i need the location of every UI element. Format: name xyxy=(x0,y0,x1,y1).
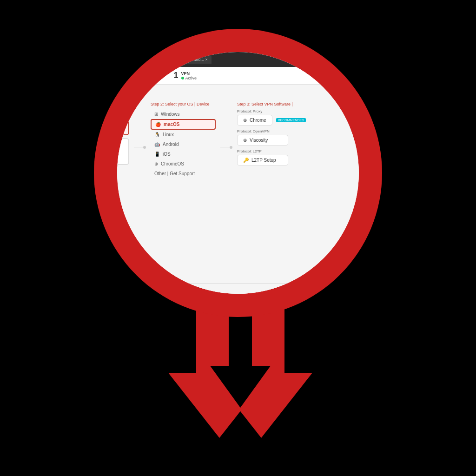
device-settings-title: Device settings xyxy=(117,90,359,97)
browser-tab-2[interactable]: Edit Post 'Explorin... × xyxy=(117,55,159,64)
connector-line-1 xyxy=(134,147,143,147)
linux-icon: 🐧 xyxy=(154,132,160,137)
pin-inner: JIRA 22:06 ▲ +0.1E × Edit Post 'Explorin… xyxy=(117,52,359,294)
browser-tab-3[interactable]: Proxy server - Med... × xyxy=(161,55,211,64)
vpn-openvpn: Protocol: OpenVPN ⊕ Viscosity xyxy=(237,129,298,145)
status-residential: 1 RESIDENTIAL Active xyxy=(117,71,124,80)
step2-label: Step 2: Select your OS | Device xyxy=(151,102,216,106)
pin-container: JIRA 22:06 ▲ +0.1E × Edit Post 'Explorin… xyxy=(80,29,396,447)
ios-icon: 📱 xyxy=(154,152,160,157)
screenshot-content: JIRA 22:06 ▲ +0.1E × Edit Post 'Explorin… xyxy=(117,52,359,294)
macos-icon: 🍎 xyxy=(155,122,161,127)
chrome-icon: ⊕ xyxy=(243,118,247,123)
linux-label: Linux xyxy=(163,132,174,137)
l2tp-label: L2TP Setup xyxy=(251,158,276,163)
connector-line-2 xyxy=(220,147,230,147)
os-android[interactable]: 🤖 Android xyxy=(151,139,216,149)
viscosity-button[interactable]: ⊕ Viscosity xyxy=(237,135,288,145)
dedicated-status: Active xyxy=(140,76,165,80)
status-vpn: 1 VPN Active xyxy=(174,71,197,80)
chrome-button[interactable]: ⊕ Chrome xyxy=(237,115,272,126)
download-2[interactable]: 📄 Untitled design (...pn... xyxy=(117,286,154,291)
step2-connector xyxy=(220,102,232,178)
status-dedicated: 1 DEDICATED Active xyxy=(133,71,165,80)
connector-dot-1 xyxy=(143,146,146,149)
vpn-l2tp: Protocol: L2TP 🔑 L2TP Setup xyxy=(237,149,298,165)
step1-col: Step 1: Select Proxy Type xyxy=(117,102,129,178)
steps-row: Step 1: Select Proxy Type xyxy=(117,102,359,178)
android-label: Android xyxy=(163,142,178,147)
macos-label: macOS xyxy=(164,122,179,127)
dot-green-2 xyxy=(140,77,143,79)
connector-dot-2 xyxy=(230,146,232,149)
step1-label: Step 1: Select Proxy Type xyxy=(117,102,129,106)
vpn-status: Active xyxy=(181,76,197,80)
step3-col: Step 3: Select VPN Software | Protocol: … xyxy=(237,102,298,178)
ios-label: iOS xyxy=(163,152,171,157)
dedicated-label: DEDICATED xyxy=(140,71,165,76)
vpn-count: 1 xyxy=(174,71,178,80)
chromeos-label: ChromeOS xyxy=(161,161,184,166)
protocol-proxy-label: Protocol: Proxy xyxy=(237,109,298,113)
other-label: Other | Get Support xyxy=(154,171,195,176)
protocol-openvpn-label: Protocol: OpenVPN xyxy=(237,129,298,133)
dedicated-count: 1 xyxy=(133,71,138,80)
step2-col: Step 2: Select your OS | Device ⊞ Window… xyxy=(151,102,216,178)
step1-connector xyxy=(134,102,146,178)
protocol-l2tp-label: Protocol: L2TP xyxy=(237,149,298,153)
residential-label: RESIDENTIAL xyxy=(117,71,124,76)
os-linux[interactable]: 🐧 Linux xyxy=(151,130,216,139)
os-macos[interactable]: 🍎 macOS xyxy=(151,119,216,130)
step3-label: Step 3: Select VPN Software | xyxy=(237,102,298,106)
residential-proxies-option[interactable]: Residential Proxies xyxy=(117,138,129,165)
browser-bar: JIRA 22:06 ▲ +0.1E × Edit Post 'Explorin… xyxy=(117,52,359,67)
l2tp-icon: 🔑 xyxy=(243,158,249,163)
device-settings: Device settings Step 1: Select Proxy Typ… xyxy=(117,85,359,184)
recommended-badge: RECOMMENDED xyxy=(276,118,306,122)
fresh-ips-option[interactable]: Fresh IPs xyxy=(117,109,129,135)
vpn-proxy: Protocol: Proxy ⊕ Chrome RECOMMENDED xyxy=(237,109,298,126)
os-chromeos[interactable]: ⊕ ChromeOS xyxy=(151,159,216,169)
viscosity-icon: ⊕ xyxy=(243,138,247,143)
android-icon: 🤖 xyxy=(154,142,160,147)
residential-status: Active xyxy=(117,76,124,80)
status-bar: Mobile Inactive 1 RESIDENTIAL Active xyxy=(117,67,359,85)
dot-green-3 xyxy=(181,77,184,79)
chrome-btn-row: ⊕ Chrome RECOMMENDED xyxy=(237,115,298,126)
os-other[interactable]: Other | Get Support xyxy=(151,169,216,178)
os-ios[interactable]: 📱 iOS xyxy=(151,149,216,159)
l2tp-button[interactable]: 🔑 L2TP Setup xyxy=(237,155,288,165)
windows-icon: ⊞ xyxy=(154,112,158,117)
downloads-bar: 📄 design (...png ▲ 📄 Untitled design (..… xyxy=(117,283,359,294)
pin-arrow xyxy=(159,303,317,447)
os-windows[interactable]: ⊞ Windows xyxy=(151,109,216,119)
vpn-label: VPN xyxy=(181,71,197,76)
pin-circle: JIRA 22:06 ▲ +0.1E × Edit Post 'Explorin… xyxy=(94,29,382,317)
chrome-label: Chrome xyxy=(250,118,266,123)
viscosity-label: Viscosity xyxy=(250,138,268,143)
download-label-2: Untitled design (...pn... xyxy=(117,286,154,291)
residential-proxies-label: Residential Proxies xyxy=(117,155,118,160)
chromeos-icon: ⊕ xyxy=(154,161,158,166)
windows-label: Windows xyxy=(161,112,180,117)
